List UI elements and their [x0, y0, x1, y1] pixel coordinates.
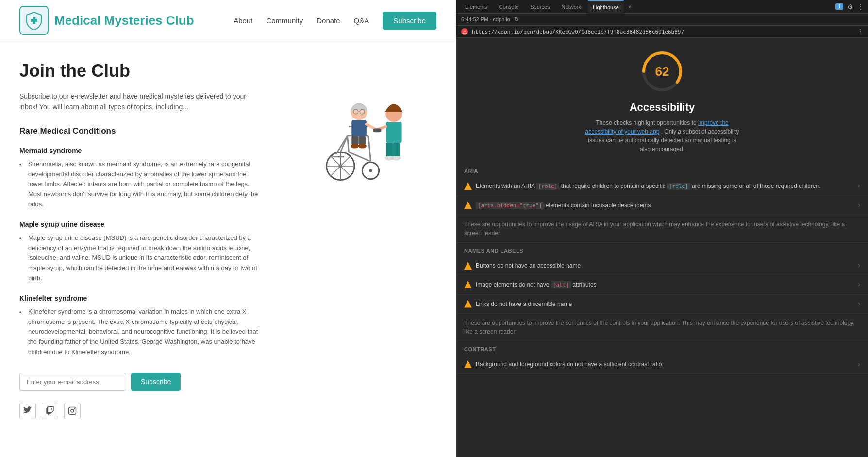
audit-links-name[interactable]: Links do not have a discernible name › — [456, 295, 868, 314]
lighthouse-content: 62 Accessibility These checks highlight … — [456, 38, 868, 457]
devtools-tab-lighthouse[interactable]: Lighthouse — [588, 0, 624, 14]
email-input[interactable] — [19, 373, 126, 391]
social-icons — [19, 403, 262, 419]
devtools-url: https://cdpn.io/pen/debug/KKebGwO/0d8ee1… — [472, 29, 684, 35]
audit-image-alt[interactable]: Image elements do not have [alt] attribu… — [456, 275, 868, 295]
devtools-tab-sources[interactable]: Sources — [525, 0, 554, 14]
devtools-tab-console[interactable]: Console — [494, 0, 523, 14]
score-description: These checks highlight opportunities to … — [584, 118, 740, 153]
audit-contrast-text: Background and foreground colors do not … — [476, 360, 852, 369]
url-more-icon[interactable]: ⋮ — [857, 28, 863, 35]
nav-about[interactable]: About — [234, 17, 252, 25]
audit-aria-hidden-focusable[interactable]: [aria-hidden="true"] elements contain fo… — [456, 196, 868, 216]
page-intro: Subscribe to our e-newsletter and have m… — [19, 91, 262, 113]
svg-point-8 — [369, 169, 372, 172]
score-circle: 62 — [640, 50, 684, 93]
audit-contrast-ratio[interactable]: Background and foreground colors do not … — [456, 355, 868, 374]
warning-icon-2 — [464, 202, 472, 209]
aria-description: These are opportunities to improve the u… — [456, 215, 868, 243]
svg-rect-26 — [351, 136, 358, 145]
audit-image-alt-text: Image elements do not have [alt] attribu… — [476, 280, 852, 289]
reload-icon[interactable]: ↻ — [514, 16, 519, 23]
svg-line-16 — [348, 136, 349, 152]
email-form: Subscribe — [19, 373, 262, 391]
condition-klinefelter-desc: Klinefelter syndrome is a chromosomal va… — [19, 307, 262, 357]
warning-icon-4 — [464, 281, 472, 288]
score-number: 62 — [655, 64, 669, 79]
devtools-time: 6:44:52 PM · cdpn.io — [461, 17, 510, 22]
svg-rect-32 — [386, 122, 402, 143]
audit-aria-role-text: Elements with an ARIA [role] that requir… — [476, 182, 852, 191]
names-labels-description: These are opportunities to improve the s… — [456, 314, 868, 341]
site-header: Medical Mysteries Club About Community D… — [0, 0, 456, 41]
condition-klinefelter-title: Klinefelter syndrome — [19, 294, 262, 302]
svg-rect-27 — [359, 136, 366, 145]
twitter-icon[interactable] — [19, 403, 36, 419]
audit-aria-role-children[interactable]: Elements with an ARIA [role] that requir… — [456, 177, 868, 196]
devtools-panel: Elements Console Sources Network Lightho… — [456, 0, 868, 457]
kebab-icon[interactable]: ⋮ — [857, 3, 864, 11]
audit-links-text: Links do not have a discernible name — [476, 300, 852, 308]
svg-point-36 — [392, 156, 401, 161]
chevron-down-icon-2: › — [858, 201, 860, 209]
site-logo-icon — [19, 6, 49, 35]
header-subscribe-button[interactable]: Subscribe — [383, 12, 436, 30]
site-content: Join the Club Subscribe to our e-newslet… — [0, 41, 456, 439]
condition-maple-title: Maple syrup urine disease — [19, 220, 262, 228]
svg-point-29 — [358, 144, 367, 149]
chevron-down-icon-6: › — [858, 360, 860, 368]
svg-rect-38 — [373, 128, 381, 132]
svg-point-3 — [71, 409, 74, 412]
contrast-section-header: CONTRAST — [456, 341, 868, 355]
svg-line-17 — [349, 152, 371, 161]
conditions-list: Mermaid syndrome Sirenomelia, also known… — [19, 147, 262, 357]
devtools-icons-right: 1 ⚙ ⋮ — [835, 3, 864, 11]
devtools-address-bar: 6:44:52 PM · cdpn.io ↻ — [456, 14, 868, 26]
chevron-down-icon-4: › — [858, 280, 860, 288]
score-section: 62 Accessibility These checks highlight … — [456, 38, 868, 163]
instagram-icon[interactable] — [64, 403, 81, 419]
svg-rect-33 — [386, 143, 393, 157]
svg-rect-34 — [393, 143, 400, 157]
condition-maple-desc: Maple syrup urine disease (MSUD) is a ra… — [19, 233, 262, 284]
warning-icon-5 — [464, 300, 472, 308]
warning-icon-1 — [464, 182, 472, 190]
wheelchair-illustration — [291, 80, 417, 187]
site-nav: About Community Donate Q&A Subscribe — [234, 12, 436, 30]
devtools-tab-elements[interactable]: Elements — [460, 0, 492, 14]
website-panel: Medical Mysteries Club About Community D… — [0, 0, 456, 457]
form-subscribe-button[interactable]: Subscribe — [131, 373, 181, 391]
section-title: Rare Medical Conditions — [19, 126, 262, 136]
devtools-toolbar: Elements Console Sources Network Lightho… — [456, 0, 868, 14]
notification-badge: 1 — [835, 3, 843, 10]
chevron-down-icon-3: › — [858, 261, 860, 269]
devtools-tab-network[interactable]: Network — [557, 0, 586, 14]
audit-aria-hidden-text: [aria-hidden="true"] elements contain fo… — [476, 201, 852, 210]
score-label: Accessibility — [630, 101, 695, 114]
aria-section-header: ARIA — [456, 163, 868, 177]
condition-mermaid-desc: Sirenomelia, also known as mermaid syndr… — [19, 159, 262, 210]
audit-buttons-text: Buttons do not have an accessible name — [476, 261, 852, 270]
chevron-down-icon: › — [858, 182, 860, 189]
names-labels-section-header: NAMES AND LABELS — [456, 243, 868, 256]
nav-donate[interactable]: Donate — [317, 17, 340, 25]
warning-icon-3 — [464, 262, 472, 270]
site-image-area — [282, 61, 427, 419]
site-title: Medical Mysteries Club — [54, 13, 194, 28]
logo-area: Medical Mysteries Club — [19, 6, 194, 35]
site-main: Join the Club Subscribe to our e-newslet… — [19, 61, 262, 419]
devtools-more-tabs[interactable]: » — [626, 2, 634, 12]
svg-point-4 — [74, 408, 75, 409]
settings-icon[interactable]: ⚙ — [847, 3, 853, 11]
svg-point-28 — [351, 144, 359, 149]
favicon-icon: ⚠ — [461, 28, 468, 35]
svg-line-15 — [368, 136, 371, 162]
warning-icon-6 — [464, 360, 472, 368]
chevron-down-icon-5: › — [858, 300, 860, 307]
nav-qa[interactable]: Q&A — [354, 17, 369, 25]
page-heading: Join the Club — [19, 61, 262, 81]
nav-community[interactable]: Community — [266, 17, 303, 25]
audit-buttons-accessible-name[interactable]: Buttons do not have an accessible name › — [456, 256, 868, 275]
twitch-icon[interactable] — [42, 403, 58, 419]
url-bar-row: ⚠ https://cdpn.io/pen/debug/KKebGwO/0d8e… — [456, 26, 868, 38]
